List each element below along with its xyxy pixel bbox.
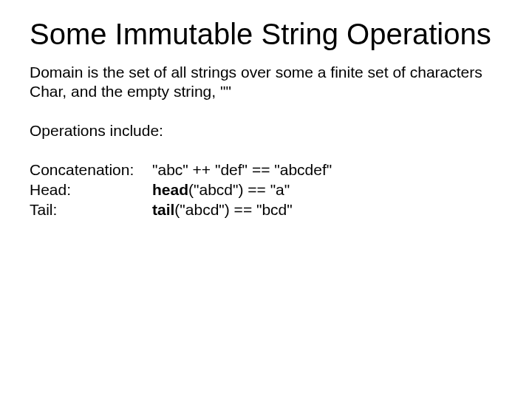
operation-head: Head: head("abcd") == "a" <box>30 180 502 200</box>
operation-label: Concatenation: <box>30 160 152 180</box>
operation-tail: Tail: tail("abcd") == "bcd" <box>30 200 502 219</box>
operation-example: head("abcd") == "a" <box>152 180 502 200</box>
function-args-result: ("abcd") == "bcd" <box>174 201 292 218</box>
operations-list: Concatenation: "abc" ++ "def" == "abcdef… <box>30 160 502 220</box>
operation-label: Head: <box>30 180 152 200</box>
function-name: tail <box>152 201 174 218</box>
operation-concatenation: Concatenation: "abc" ++ "def" == "abcdef… <box>30 160 502 180</box>
operation-example: "abc" ++ "def" == "abcdef" <box>152 160 502 180</box>
operations-intro: Operations include: <box>30 121 502 140</box>
domain-description: Domain is the set of all strings over so… <box>30 63 502 102</box>
function-name: head <box>152 181 188 198</box>
slide-title: Some Immutable String Operations <box>30 18 502 51</box>
operation-example: tail("abcd") == "bcd" <box>152 200 502 219</box>
function-args-result: ("abcd") == "a" <box>188 181 290 198</box>
slide: Some Immutable String Operations Domain … <box>0 0 532 238</box>
operation-label: Tail: <box>30 200 152 219</box>
